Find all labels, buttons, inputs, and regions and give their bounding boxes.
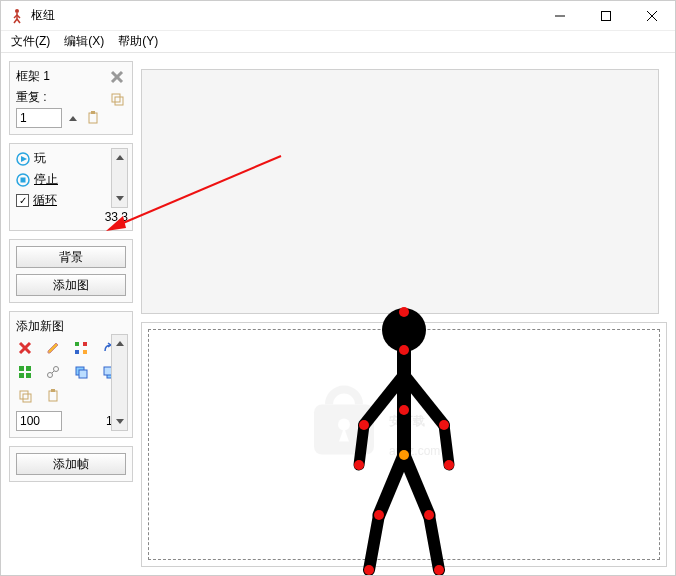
- delete-frame-icon[interactable]: [108, 68, 126, 86]
- svg-point-70: [374, 510, 384, 520]
- svg-point-34: [48, 373, 53, 378]
- fps-value: 33.3: [105, 210, 128, 224]
- svg-marker-14: [69, 116, 77, 121]
- copy-tool-icon[interactable]: [16, 387, 34, 405]
- scroll-up-icon[interactable]: [112, 335, 127, 352]
- canvas-area: 安下载 anxz.com: [141, 53, 675, 575]
- paste-frame-icon[interactable]: [84, 109, 102, 127]
- menu-edit[interactable]: 编辑(X): [58, 31, 110, 52]
- svg-line-58: [379, 455, 404, 515]
- paste-tool-icon[interactable]: [44, 387, 62, 405]
- svg-point-67: [354, 460, 364, 470]
- svg-rect-29: [83, 350, 87, 354]
- content: 框架 1 重复 : 玩 停止: [1, 53, 675, 575]
- figure-scrollbar[interactable]: [111, 334, 128, 431]
- play-label: 玩: [34, 150, 46, 167]
- svg-point-63: [399, 345, 409, 355]
- svg-marker-45: [116, 341, 124, 346]
- copy-frame-icon[interactable]: [108, 90, 126, 108]
- play-button[interactable]: 玩: [16, 150, 106, 167]
- stop-button[interactable]: 停止: [16, 171, 106, 188]
- bg-panel: 背景 添加图: [9, 239, 133, 303]
- svg-line-55: [359, 425, 364, 465]
- svg-rect-26: [75, 342, 79, 346]
- close-button[interactable]: [629, 1, 675, 30]
- color-tool-icon[interactable]: [16, 363, 34, 381]
- raise-tool-icon[interactable]: [72, 363, 90, 381]
- svg-rect-12: [112, 94, 120, 102]
- scroll-up-icon[interactable]: [112, 149, 127, 166]
- svg-rect-32: [19, 373, 24, 378]
- svg-rect-13: [115, 97, 123, 105]
- maximize-button[interactable]: [583, 1, 629, 30]
- fps-scrollbar[interactable]: [111, 148, 128, 208]
- svg-rect-16: [91, 111, 95, 114]
- background-button[interactable]: 背景: [16, 246, 126, 268]
- svg-line-57: [444, 425, 449, 465]
- sidebar: 框架 1 重复 : 玩 停止: [1, 53, 141, 575]
- menu-file[interactable]: 文件(Z): [5, 31, 56, 52]
- svg-point-0: [15, 9, 19, 13]
- svg-point-72: [424, 510, 434, 520]
- title-bar: 枢纽: [1, 1, 675, 31]
- svg-point-62: [399, 307, 409, 317]
- svg-rect-44: [51, 389, 55, 392]
- svg-marker-25: [48, 343, 58, 353]
- spinner-up-icon[interactable]: [66, 109, 80, 127]
- loop-checkbox[interactable]: 循环: [16, 192, 106, 209]
- svg-rect-27: [83, 342, 87, 346]
- stick-figure[interactable]: [319, 300, 489, 576]
- app-icon: [9, 8, 25, 24]
- loop-label: 循环: [33, 192, 57, 209]
- repeat-input[interactable]: [16, 108, 62, 128]
- frame-panel: 框架 1 重复 :: [9, 61, 133, 135]
- join-tool-icon[interactable]: [44, 363, 62, 381]
- center-tool-icon[interactable]: [72, 339, 90, 357]
- svg-point-66: [359, 420, 369, 430]
- svg-line-60: [404, 455, 429, 515]
- delete-tool-icon[interactable]: [16, 339, 34, 357]
- svg-rect-28: [75, 350, 79, 354]
- frame-label: 框架 1: [16, 68, 50, 85]
- menu-help[interactable]: 帮助(Y): [112, 31, 164, 52]
- scale-input[interactable]: [16, 411, 62, 431]
- edit-figure-title: 添加新图: [16, 318, 106, 335]
- scroll-down-icon[interactable]: [112, 413, 127, 430]
- minimize-button[interactable]: [537, 1, 583, 30]
- window-controls: [537, 1, 675, 30]
- svg-rect-20: [21, 177, 26, 182]
- svg-line-61: [429, 515, 439, 570]
- playback-panel: 玩 停止 循环 33.3: [9, 143, 133, 231]
- svg-line-36: [52, 371, 54, 373]
- svg-rect-31: [26, 366, 31, 371]
- scroll-down-icon[interactable]: [112, 190, 127, 207]
- add-frame-button[interactable]: 添加帧: [16, 453, 126, 475]
- svg-rect-15: [89, 113, 97, 123]
- edit-tool-icon[interactable]: [44, 339, 62, 357]
- add-figure-button[interactable]: 添加图: [16, 274, 126, 296]
- add-frame-panel: 添加帧: [9, 446, 133, 482]
- loop-check-icon: [16, 194, 29, 207]
- stop-label: 停止: [34, 171, 58, 188]
- svg-rect-30: [19, 366, 24, 371]
- svg-point-68: [439, 420, 449, 430]
- svg-rect-43: [49, 391, 57, 401]
- repeat-label: 重复 :: [16, 90, 47, 104]
- frame-strip[interactable]: [141, 69, 659, 314]
- svg-rect-42: [23, 394, 31, 402]
- svg-point-35: [54, 367, 59, 372]
- svg-line-59: [369, 515, 379, 570]
- svg-marker-46: [116, 419, 124, 424]
- svg-marker-21: [116, 155, 124, 160]
- window-title: 枢纽: [31, 7, 537, 24]
- svg-rect-33: [26, 373, 31, 378]
- svg-marker-22: [116, 196, 124, 201]
- svg-point-69: [444, 460, 454, 470]
- svg-rect-41: [20, 391, 28, 399]
- svg-rect-38: [79, 370, 87, 378]
- svg-point-65: [399, 450, 409, 460]
- svg-point-71: [364, 565, 374, 575]
- svg-rect-7: [602, 11, 611, 20]
- menu-bar: 文件(Z) 编辑(X) 帮助(Y): [1, 31, 675, 53]
- canvas[interactable]: 安下载 anxz.com: [141, 322, 667, 567]
